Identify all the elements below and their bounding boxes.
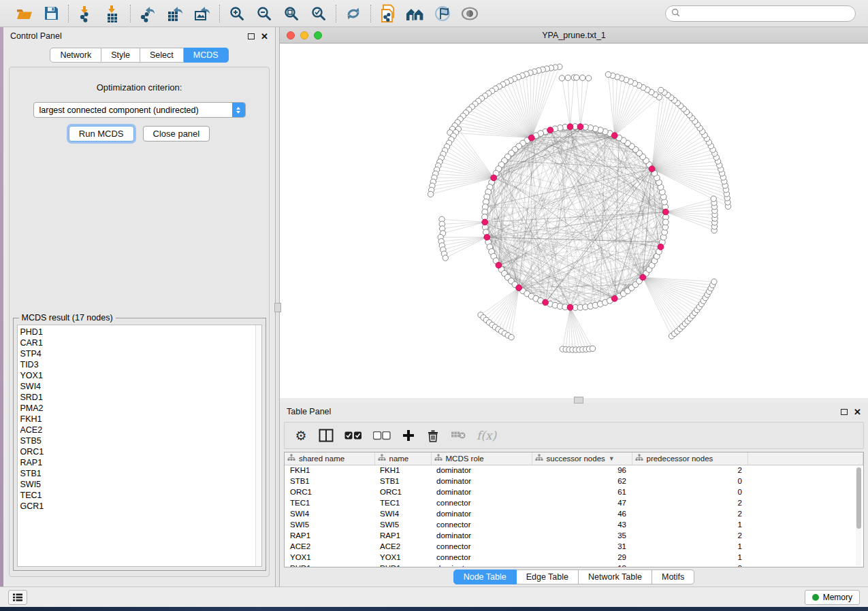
cell-successor_nodes[interactable]: 46 [532, 508, 632, 519]
mcds-result-list[interactable]: PHD1CAR1STP4TID3YOX1SWI4SRD1PMA2FKH1ACE2… [17, 325, 262, 567]
table-row[interactable]: TEC1TEC1connector472 [285, 497, 863, 508]
network-node[interactable] [443, 255, 448, 261]
mcds-dominator-node[interactable] [496, 262, 502, 268]
mcds-dominator-node[interactable] [547, 127, 553, 133]
cell-successor_nodes[interactable]: 31 [532, 541, 632, 552]
table-row[interactable]: YOX1YOX1connector291 [285, 552, 863, 563]
cell-successor_nodes[interactable]: 18 [532, 563, 632, 567]
cell-successor_nodes[interactable]: 35 [532, 530, 632, 541]
export-table-button[interactable] [166, 5, 184, 22]
cell-predecessor_nodes[interactable]: 2 [632, 530, 748, 541]
show-hide-button[interactable] [461, 5, 479, 22]
cell-successor_nodes[interactable]: 43 [532, 519, 632, 530]
float-panel-icon[interactable] [841, 409, 848, 415]
cell-name[interactable]: ACE2 [374, 541, 431, 552]
memory-button[interactable]: Memory [805, 590, 860, 605]
mcds-dominator-node[interactable] [577, 124, 583, 130]
mcds-dominator-node[interactable] [484, 234, 490, 240]
cell-mcds_role[interactable]: connector [431, 519, 532, 530]
mcds-result-item[interactable]: TEC1 [20, 490, 255, 501]
mcds-result-item[interactable]: SRD1 [20, 392, 255, 403]
splitter-grip[interactable] [274, 303, 281, 312]
cell-shared_name[interactable]: ORC1 [285, 486, 374, 497]
mcds-result-item[interactable]: STB1 [20, 468, 255, 479]
table-row[interactable]: SWI5SWI5connector431 [285, 519, 863, 530]
network-node[interactable] [574, 75, 579, 80]
cell-mcds_role[interactable]: dominator [431, 530, 532, 541]
tab-motifs[interactable]: Motifs [652, 569, 694, 584]
mcds-dominator-node[interactable] [567, 304, 573, 310]
network-node[interactable] [509, 334, 514, 340]
cell-shared_name[interactable]: SWI5 [285, 519, 374, 530]
mcds-result-item[interactable]: GCR1 [20, 501, 255, 512]
close-panel-button[interactable]: Close panel [143, 126, 210, 142]
cell-successor_nodes[interactable]: 47 [532, 497, 632, 508]
network-node[interactable] [580, 75, 585, 80]
network-node[interactable] [662, 219, 669, 225]
mcds-dominator-node[interactable] [640, 274, 646, 280]
tab-mcds[interactable]: MCDS [184, 48, 229, 63]
splitter-grip[interactable] [574, 397, 583, 403]
scrollbar-thumb[interactable] [856, 467, 861, 529]
search-box[interactable] [665, 5, 856, 22]
cell-shared_name[interactable]: PHD1 [285, 563, 374, 567]
cell-predecessor_nodes[interactable]: 1 [632, 541, 748, 552]
zoom-in-button[interactable] [228, 5, 246, 22]
network-node[interactable] [605, 71, 611, 77]
cell-shared_name[interactable]: TEC1 [285, 497, 374, 508]
close-panel-icon[interactable]: ✕ [854, 408, 861, 416]
table-row[interactable]: PHD1PHD1dominator180 [285, 563, 863, 567]
deselect-all-icon[interactable] [373, 427, 391, 444]
mcds-result-item[interactable]: RAP1 [20, 457, 255, 468]
import-network-button[interactable] [77, 5, 95, 22]
cell-mcds_role[interactable]: dominator [431, 508, 532, 519]
panel-menu-button[interactable] [8, 590, 27, 605]
mcds-result-item[interactable]: ACE2 [20, 425, 255, 435]
cell-predecessor_nodes[interactable]: 0 [632, 476, 748, 486]
cell-shared_name[interactable]: SWI4 [285, 508, 374, 519]
import-table-button[interactable] [104, 5, 122, 22]
column-header-name[interactable]: name [374, 452, 431, 465]
export-network-button[interactable] [139, 5, 157, 22]
mcds-dominator-node[interactable] [567, 124, 573, 130]
mcds-dominator-node[interactable] [516, 285, 522, 291]
table-row[interactable]: STB1STB1dominator620 [285, 476, 863, 486]
cell-mcds_role[interactable]: connector [431, 497, 532, 508]
cell-shared_name[interactable]: ACE2 [285, 541, 374, 552]
cell-name[interactable]: ORC1 [374, 486, 431, 497]
mcds-result-item[interactable]: SWI4 [20, 381, 255, 392]
tab-node-table[interactable]: Node Table [453, 569, 517, 584]
mcds-result-item[interactable]: PHD1 [20, 327, 255, 337]
table-row[interactable]: SWI4SWI4dominator462 [285, 508, 863, 519]
mcds-dominator-node[interactable] [611, 295, 617, 301]
mcds-result-item[interactable]: PMA2 [20, 403, 255, 414]
network-share-button[interactable] [379, 5, 397, 22]
table-row[interactable]: ORC1ORC1dominator610 [285, 486, 863, 497]
mcds-result-item[interactable]: YOX1 [20, 370, 255, 381]
save-session-button[interactable] [42, 5, 60, 22]
cell-predecessor_nodes[interactable]: 2 [632, 465, 748, 476]
tab-select[interactable]: Select [140, 48, 184, 63]
cell-shared_name[interactable]: STB1 [285, 476, 374, 486]
cell-name[interactable]: YOX1 [374, 552, 431, 563]
zoom-out-button[interactable] [255, 5, 273, 22]
zoom-selected-button[interactable] [310, 5, 327, 22]
cell-shared_name[interactable]: FKH1 [285, 465, 374, 476]
cell-name[interactable]: SWI4 [374, 508, 431, 519]
cell-successor_nodes[interactable]: 29 [532, 552, 632, 563]
cell-predecessor_nodes[interactable]: 2 [632, 497, 748, 508]
refresh-network-button[interactable] [344, 5, 362, 22]
mcds-dominator-node[interactable] [649, 166, 655, 172]
mcds-result-item[interactable]: SWI5 [20, 479, 255, 490]
network-node[interactable] [559, 76, 564, 81]
mcds-dominator-node[interactable] [528, 135, 534, 141]
mcds-result-item[interactable]: STB5 [20, 435, 255, 446]
zoom-fit-button[interactable] [283, 5, 300, 22]
cell-mcds_role[interactable]: dominator [431, 563, 532, 567]
delete-row-icon[interactable] [426, 427, 440, 444]
annotation-button[interactable] [434, 5, 451, 22]
network-node[interactable] [565, 75, 570, 80]
network-node[interactable] [711, 196, 716, 201]
column-header-shared-name[interactable]: shared name [285, 452, 374, 465]
cell-mcds_role[interactable]: dominator [431, 486, 532, 497]
